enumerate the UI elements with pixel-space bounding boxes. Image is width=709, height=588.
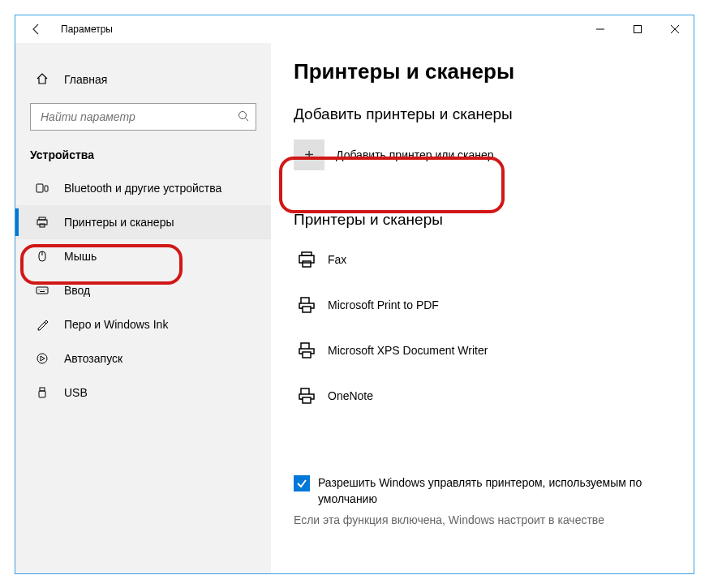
devices-icon [35,182,49,195]
sidebar-item-mouse[interactable]: Мышь [15,239,271,273]
svg-point-16 [43,289,44,290]
main-panel: Принтеры и сканеры Добавить принтеры и с… [271,43,694,573]
usb-icon [35,386,49,399]
sidebar-item-bluetooth[interactable]: Bluetooth и другие устройства [15,171,271,205]
checkbox-hint: Если эта функция включена, Windows настр… [294,513,651,526]
page-title: Принтеры и сканеры [294,59,694,84]
sidebar-item-pen[interactable]: Перо и Windows Ink [15,307,271,341]
svg-point-4 [239,111,247,118]
titlebar: Параметры [15,15,694,43]
mouse-icon [35,250,49,263]
sidebar-item-printers[interactable]: Принтеры и сканеры [15,205,271,239]
svg-point-17 [45,289,46,290]
maximize-button[interactable] [619,15,656,43]
default-printer-checkbox-row[interactable]: Разрешить Windows управлять принтером, и… [294,475,667,507]
printer-label: Microsoft XPS Document Writer [328,344,488,357]
svg-rect-24 [303,261,311,267]
svg-line-5 [246,118,249,121]
sidebar-item-label: Мышь [64,250,97,263]
back-button[interactable] [24,16,49,42]
printer-item-pdf[interactable]: Microsoft Print to PDF [294,282,694,328]
document-printer-icon [295,386,318,406]
printer-item-xps[interactable]: Microsoft XPS Document Writer [294,328,694,373]
search-icon [238,110,249,124]
sidebar-section-header: Устройства [30,148,271,161]
sidebar-item-label: Перо и Windows Ink [64,318,168,331]
autoplay-icon [35,352,49,365]
svg-rect-1 [634,26,642,33]
keyboard-icon [35,284,49,297]
printer-label: OneNote [328,389,373,402]
svg-rect-27 [303,307,311,312]
svg-point-19 [37,354,47,363]
svg-rect-33 [303,397,311,403]
printer-label: Fax [328,253,346,266]
home-icon [35,72,49,88]
add-group-title: Добавить принтеры и сканеры [294,105,694,123]
checkbox-label: Разрешить Windows управлять принтером, и… [318,475,667,507]
document-printer-icon [295,341,318,360]
sidebar-item-label: Автозапуск [64,352,122,365]
svg-rect-6 [37,184,43,192]
home-link[interactable]: Главная [15,64,271,95]
home-label: Главная [64,73,107,86]
document-printer-icon [295,295,318,315]
svg-rect-7 [45,186,48,191]
svg-rect-30 [303,352,311,358]
minimize-button[interactable] [582,15,619,43]
printer-item-fax[interactable]: Fax [294,237,694,282]
printer-item-onenote[interactable]: OneNote [294,373,694,418]
fax-printer-icon [295,250,318,269]
svg-rect-13 [37,287,48,294]
svg-point-15 [41,289,41,290]
printer-label: Microsoft Print to PDF [328,298,439,311]
window-body: Главная Устройства Bluetooth и другие ус… [15,43,694,573]
sidebar-item-label: USB [64,386,88,399]
sidebar-item-label: Ввод [64,284,90,297]
pen-icon [35,318,49,331]
close-button[interactable] [656,15,694,43]
add-printer-button[interactable]: + Добавить принтер или сканер [294,136,651,174]
search-input[interactable] [39,109,238,124]
sidebar-item-typing[interactable]: Ввод [15,273,271,307]
svg-rect-20 [40,388,45,391]
settings-window: Параметры Главная [15,15,694,574]
printer-list: Принтеры и сканеры Fax Microsoft Print t… [294,211,694,418]
search-input-wrapper[interactable] [30,103,256,131]
sidebar-item-autoplay[interactable]: Автозапуск [15,341,271,376]
sidebar: Главная Устройства Bluetooth и другие ус… [15,43,271,573]
printer-group-title: Принтеры и сканеры [294,211,694,229]
sidebar-item-usb[interactable]: USB [15,376,271,410]
window-title: Параметры [61,24,113,35]
sidebar-item-label: Принтеры и сканеры [64,216,174,229]
svg-rect-21 [39,391,45,397]
printer-icon [35,216,49,229]
sidebar-item-label: Bluetooth и другие устройства [64,182,221,195]
svg-point-14 [38,289,39,290]
add-printer-label: Добавить принтер или сканер [336,148,494,161]
plus-icon: + [294,139,324,170]
checkbox-checked-icon[interactable] [294,475,310,491]
